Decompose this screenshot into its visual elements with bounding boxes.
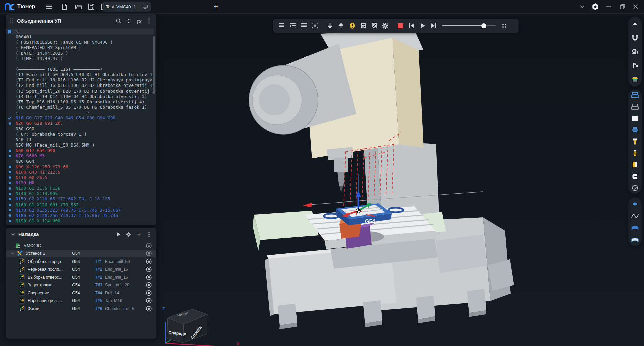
- spindle-head-visibility-button[interactable]: [629, 171, 641, 182]
- gcode-line[interactable]: N180 G2 X120.256 Y39.37 I-15.067 J5.745: [6, 213, 154, 218]
- gcode-line[interactable]: ( GENERATED BY SprutCAM ): [6, 45, 154, 50]
- operation-target-button[interactable]: [146, 298, 152, 304]
- machine-housing-visibility-button[interactable]: [629, 101, 641, 112]
- expand-chevron-icon[interactable]: [11, 252, 14, 254]
- warnings-button[interactable]: [347, 21, 357, 31]
- tree-row-operation[interactable]: G Фаски G54 T#6 Chamfer_mill_5: [6, 305, 156, 313]
- gcode-line[interactable]: (——————————————————————————): [6, 110, 154, 115]
- skip-to-start-button[interactable]: [406, 21, 417, 31]
- gcode-line[interactable]: N90 X-120.259 Y73.66: [6, 164, 154, 170]
- machine-visibility-button[interactable]: [629, 89, 641, 101]
- speed-slider[interactable]: [442, 21, 496, 31]
- gcode-line[interactable]: N140 G1 X114.905: [6, 191, 154, 196]
- fx-functions-button[interactable]: ƒx: [135, 17, 143, 25]
- search-button[interactable]: [115, 17, 123, 25]
- drag-handle[interactable]: [10, 18, 14, 24]
- simulation-settings-button[interactable]: [380, 21, 390, 31]
- operation-target-button[interactable]: [146, 306, 152, 311]
- gcode-line[interactable]: ( POSTPROCESSOR: Fanuc 0i MF VMC40C ): [6, 40, 154, 45]
- snap-magnet-button[interactable]: [629, 32, 641, 43]
- gcode-line[interactable]: N150 G2 X120.65 Y72.602 I0. J-16.125: [6, 196, 154, 202]
- gcode-line[interactable]: O00401: [6, 34, 154, 40]
- control-panel-button[interactable]: [358, 21, 368, 31]
- new-tab-button[interactable]: +: [210, 2, 222, 12]
- tree-row-operation[interactable]: G Сверление G54 T#4 Drill_14: [6, 289, 156, 297]
- minimize-button[interactable]: [603, 2, 614, 12]
- tree-row-setup[interactable]: Установ 1 G54: [6, 250, 156, 258]
- machine-row-menu-button[interactable]: [146, 243, 152, 248]
- gcode-line[interactable]: N80 G64: [6, 159, 154, 164]
- gcode-line[interactable]: ( DATE: 14.04.2025 ): [6, 51, 154, 56]
- gcode-line[interactable]: N20 G0 G28 G91 Z0.: [6, 121, 154, 126]
- tree-row-operation[interactable]: G Нарезание резь... G54 T#5 Tap_M16: [6, 297, 156, 305]
- step-down-button[interactable]: [325, 21, 335, 31]
- stop-button[interactable]: [395, 21, 406, 31]
- operation-target-button[interactable]: [146, 258, 152, 264]
- nc-more-options-button[interactable]: [145, 17, 153, 25]
- gcode-line[interactable]: (T4 Drill_14 D14 L100 D4 H4 Obrabotka ot…: [6, 94, 154, 99]
- fixture-visibility-button[interactable]: [629, 124, 641, 135]
- restore-button[interactable]: [616, 2, 628, 12]
- skip-to-end-button[interactable]: [428, 21, 439, 31]
- simulation-camera-button[interactable]: [629, 46, 641, 57]
- tree-row-operation[interactable]: G Выборка отверс... G54 T#2 End_mill_16: [6, 273, 156, 281]
- gcode-line[interactable]: ( OP: Obrabotka torczev 1 ): [6, 132, 154, 137]
- gcode-line[interactable]: %: [6, 29, 154, 34]
- tree-row-operation[interactable]: G Обработка торца G54 T#1 Face_mill_50: [6, 257, 156, 266]
- band-blue-visibility-button[interactable]: [629, 222, 641, 234]
- center-on-line-button[interactable]: [125, 17, 133, 25]
- band-light-visibility-button[interactable]: [629, 234, 641, 246]
- setup-row-menu-button[interactable]: [146, 251, 152, 256]
- gcode-line[interactable]: N110 G0 Z6.5: [6, 175, 154, 180]
- nc-scrollbar-thumb[interactable]: [153, 36, 155, 94]
- setup-more-options-button[interactable]: [145, 230, 153, 238]
- goto-first-line-button[interactable]: [276, 21, 287, 31]
- play-button[interactable]: [417, 21, 428, 31]
- show-listing-button[interactable]: [299, 21, 309, 31]
- gcode-line[interactable]: N100 G43 H1 Z12.5: [6, 170, 154, 175]
- gcode-line[interactable]: N160 G1 X126.001 Y70.562: [6, 202, 154, 208]
- gcode-line[interactable]: N70 S600 M3: [6, 153, 154, 159]
- stock-visibility-button[interactable]: [629, 74, 641, 85]
- add-item-button[interactable]: +: [135, 230, 143, 238]
- gcode-line[interactable]: (T2 End_mill_16 D16 L100 D2 H2 CHernovay…: [6, 77, 154, 83]
- gcode-line[interactable]: N170 G2 X135.323 Y49.75 I-5.745 J-15.067: [6, 208, 154, 213]
- focus-selection-button[interactable]: [310, 21, 320, 31]
- gcode-line[interactable]: (T1 Face_mill_50 D64.5 L40 D1 H1 Obrabot…: [6, 72, 154, 77]
- gcode-line[interactable]: (T6 Chamfer_mill_5 D5 L70 D6 H6 Obrabotk…: [6, 105, 154, 110]
- tool-visibility-button[interactable]: [629, 148, 641, 159]
- toolpath-visibility-button[interactable]: [629, 210, 641, 222]
- gcode-line[interactable]: N50 M6 (Face_mill_50 D64.5MM ): [6, 142, 154, 148]
- gcode-line[interactable]: [6, 61, 154, 67]
- app-settings-button[interactable]: [590, 2, 601, 12]
- new-file-button[interactable]: [59, 2, 70, 12]
- edit-stock-button[interactable]: [369, 21, 379, 31]
- close-button[interactable]: [630, 2, 641, 12]
- tool-assembly-visibility-button[interactable]: [629, 159, 641, 170]
- gcode-line[interactable]: N10 G0 G17 G21 G40 G49 G54 G80 G94 G90: [6, 115, 154, 121]
- gcode-line[interactable]: (T2 End_mill_16 D16 L100 D2 H2 Obrabotka…: [6, 83, 154, 88]
- gcode-line[interactable]: N190 G1 X-114.908: [6, 218, 154, 224]
- collapse-up-button[interactable]: [629, 18, 641, 30]
- gcode-listing[interactable]: % O00401: [6, 29, 154, 224]
- view-cube[interactable]: Z X Y Сверху Спереди Справа: [160, 304, 244, 346]
- gcode-line[interactable]: N60 G17 G54 G90: [6, 148, 154, 153]
- collapse-chevron-icon[interactable]: [11, 233, 15, 236]
- material-hatch-visibility-button[interactable]: [629, 182, 641, 194]
- operation-target-button[interactable]: [146, 267, 152, 272]
- window-dropdown-button[interactable]: [576, 2, 588, 12]
- gcode-line[interactable]: N40 T1: [6, 137, 154, 142]
- gcode-line[interactable]: N130 G1 Z1.5 F136: [6, 186, 154, 191]
- operation-target-button[interactable]: [146, 282, 152, 288]
- toolholder-visibility-button[interactable]: [629, 136, 641, 147]
- tree-row-operation[interactable]: G Черновая посло... G54 T#2 End_mill_16: [6, 266, 156, 274]
- gcode-line[interactable]: (T3 Spot_drill_20 D20 L70 D3 H3 Obrabotk…: [6, 89, 154, 94]
- gcode-line[interactable]: (—————————— TOOL LIST ——————————): [6, 67, 154, 72]
- measure-caliper-button[interactable]: [629, 60, 641, 71]
- document-tab[interactable]: Test_VMC40_1: [103, 2, 151, 12]
- open-file-button[interactable]: [73, 2, 84, 12]
- tree-row-operation[interactable]: G Зацентровка G54 T#3 Spot_drill_20: [6, 281, 156, 289]
- gcode-line[interactable]: N120 M8: [6, 180, 154, 186]
- gcode-line[interactable]: N30 G90: [6, 126, 154, 132]
- tree-row-machine[interactable]: VMC40C: [6, 242, 156, 250]
